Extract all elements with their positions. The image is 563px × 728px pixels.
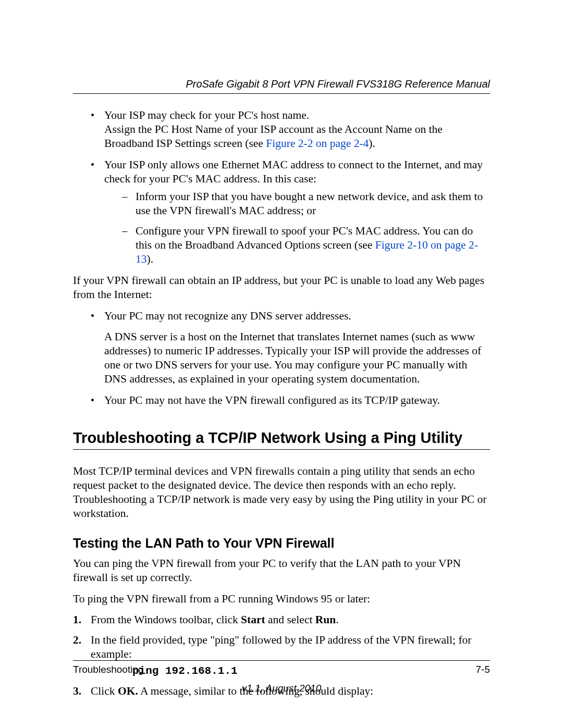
step-number: 1. (73, 613, 81, 627)
paragraph: A DNS server is a host on the Internet t… (104, 330, 490, 386)
footer-rule (73, 660, 490, 661)
subsection-heading: Testing the LAN Path to Your VPN Firewal… (73, 535, 490, 551)
paragraph: Most TCP/IP terminal devices and VPN fir… (73, 464, 490, 521)
text: Your PC may not recognize any DNS server… (104, 309, 490, 323)
bullet-list-bottom: Your PC may not recognize any DNS server… (73, 309, 490, 408)
header-rule (73, 93, 490, 94)
list-item: Configure your VPN firewall to spoof you… (122, 224, 490, 266)
step-number: 2. (73, 633, 81, 647)
text: In the field provided, type "ping" follo… (91, 634, 471, 660)
section-heading: Troubleshooting a TCP/IP Network Using a… (73, 428, 490, 447)
paragraph: To ping the VPN firewall from a PC runni… (73, 592, 490, 606)
list-item: Inform your ISP that you have bought a n… (122, 190, 490, 218)
version-footer: v1.1, August 2010 (73, 683, 490, 694)
list-item: Your ISP may check for your PC's host na… (91, 108, 490, 151)
footer-line: Troubleshooting 7-5 (73, 664, 490, 675)
text: Your PC may not have the VPN firewall co… (104, 394, 440, 406)
text: Inform your ISP that you have bought a n… (136, 190, 483, 217)
list-item: Your PC may not have the VPN firewall co… (91, 393, 490, 408)
chapter-title: Troubleshooting (73, 664, 144, 675)
text: . (336, 613, 338, 626)
running-header: ProSafe Gigabit 8 Port VPN Firewall FVS3… (73, 78, 490, 90)
list-item: Your ISP only allows one Ethernet MAC ad… (91, 158, 490, 266)
document-page: ProSafe Gigabit 8 Port VPN Firewall FVS3… (0, 0, 563, 728)
page-number: 7-5 (476, 664, 490, 675)
text: and select (265, 613, 315, 626)
heading-rule (73, 449, 490, 450)
text: Your ISP may check for your PC's host na… (104, 109, 309, 121)
dash-list: Inform your ISP that you have bought a n… (104, 190, 490, 266)
ui-label: Start (241, 613, 265, 626)
text: ). (147, 253, 154, 265)
text: ). (369, 137, 375, 150)
body-content: Your ISP may check for your PC's host na… (73, 108, 490, 698)
list-item: 1. From the Windows toolbar, click Start… (73, 613, 490, 627)
bullet-list-top: Your ISP may check for your PC's host na… (73, 108, 490, 266)
text: From the Windows toolbar, click (91, 613, 241, 626)
paragraph: You can ping the VPN firewall from your … (73, 557, 490, 585)
ui-label: Run (315, 613, 336, 626)
paragraph: If your VPN firewall can obtain an IP ad… (73, 274, 490, 302)
cross-ref-link[interactable]: Figure 2-2 on page 2-4 (266, 137, 369, 150)
list-item: Your PC may not recognize any DNS server… (91, 309, 490, 386)
text: Your ISP only allows one Ethernet MAC ad… (104, 158, 483, 185)
page-footer: Troubleshooting 7-5 v1.1, August 2010 (73, 660, 490, 694)
